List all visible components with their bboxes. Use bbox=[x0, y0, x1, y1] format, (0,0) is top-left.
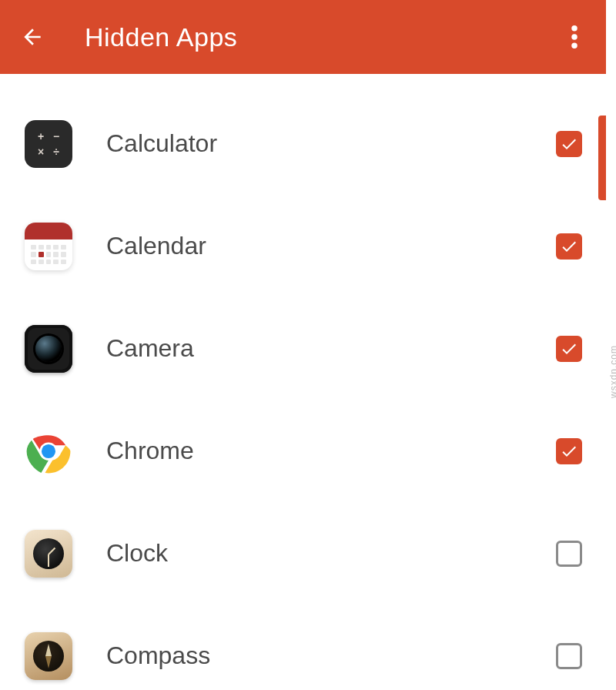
screen: Hidden Apps +−×÷ Calculator Calendar bbox=[0, 0, 607, 690]
app-list: +−×÷ Calculator Calendar Camera bbox=[0, 74, 607, 690]
app-label: Clock bbox=[106, 539, 556, 568]
compass-icon bbox=[25, 632, 72, 680]
check-icon bbox=[560, 442, 578, 461]
checkbox-camera[interactable] bbox=[556, 336, 582, 362]
app-item-calculator[interactable]: +−×÷ Calculator bbox=[0, 92, 607, 195]
app-label: Calendar bbox=[106, 232, 556, 260]
app-item-camera[interactable]: Camera bbox=[0, 297, 607, 400]
check-icon bbox=[560, 237, 578, 256]
chrome-icon bbox=[25, 427, 72, 475]
camera-icon bbox=[25, 325, 72, 373]
app-label: Chrome bbox=[106, 437, 556, 465]
app-item-clock[interactable]: Clock bbox=[0, 502, 607, 605]
overflow-menu-button[interactable] bbox=[557, 20, 591, 54]
app-item-calendar[interactable]: Calendar bbox=[0, 195, 607, 297]
app-label: Camera bbox=[106, 334, 556, 363]
svg-point-1 bbox=[571, 34, 578, 40]
app-bar: Hidden Apps bbox=[0, 0, 607, 74]
app-label: Calculator bbox=[106, 129, 556, 158]
svg-point-5 bbox=[42, 444, 55, 457]
back-button[interactable] bbox=[15, 20, 49, 54]
check-icon bbox=[560, 340, 578, 358]
arrow-left-icon bbox=[20, 25, 45, 49]
app-item-chrome[interactable]: Chrome bbox=[0, 400, 607, 502]
watermark: wsxdn.com bbox=[608, 345, 616, 398]
checkbox-chrome[interactable] bbox=[556, 438, 582, 464]
app-item-compass[interactable]: Compass bbox=[0, 605, 607, 690]
checkbox-clock[interactable] bbox=[556, 541, 582, 567]
svg-point-2 bbox=[571, 43, 578, 49]
checkbox-calculator[interactable] bbox=[556, 131, 582, 157]
checkbox-compass[interactable] bbox=[556, 643, 582, 669]
more-vert-icon bbox=[571, 25, 578, 49]
checkbox-calendar[interactable] bbox=[556, 233, 582, 260]
calculator-icon: +−×÷ bbox=[25, 120, 72, 168]
check-icon bbox=[560, 135, 578, 153]
calendar-icon bbox=[25, 223, 72, 270]
svg-point-0 bbox=[571, 25, 578, 32]
page-title: Hidden Apps bbox=[85, 22, 237, 52]
app-label: Compass bbox=[106, 641, 556, 670]
clock-icon bbox=[25, 530, 72, 578]
